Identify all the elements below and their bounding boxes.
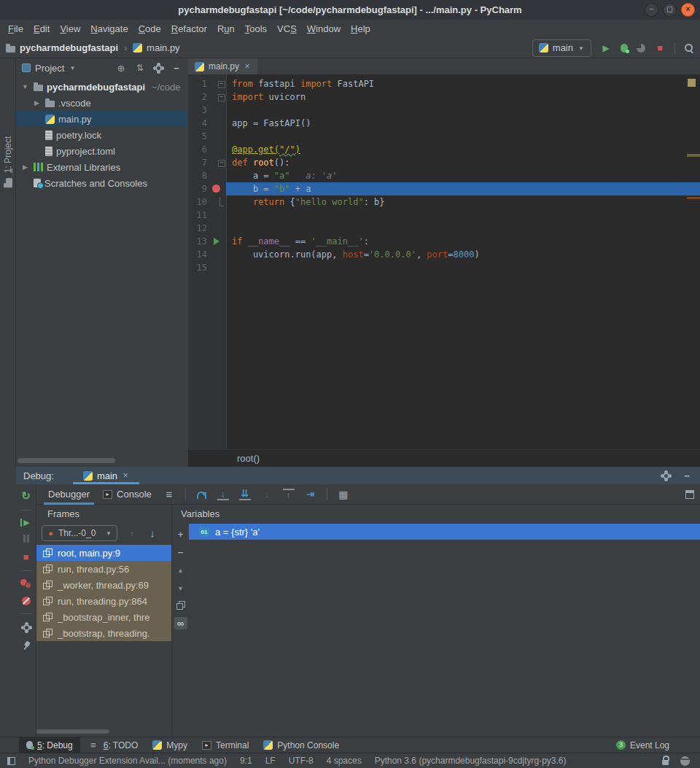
- hamburger-icon[interactable]: ≡: [163, 489, 175, 500]
- code-line-2[interactable]: 2−import uvicorn: [188, 90, 700, 104]
- debug-icon[interactable]: [621, 44, 628, 53]
- editor-breadcrumb[interactable]: root(): [188, 449, 700, 467]
- breakpoint-stripe-mark[interactable]: [687, 197, 700, 199]
- add-icon[interactable]: +: [174, 528, 187, 540]
- run-config-select[interactable]: main ▾: [532, 39, 591, 57]
- toggle-tool-windows-icon[interactable]: [7, 757, 15, 765]
- code-line-15[interactable]: 15: [188, 261, 700, 274]
- move-up-icon[interactable]: ▲: [174, 565, 187, 576]
- settings-icon[interactable]: [153, 63, 163, 73]
- show-return-values-icon[interactable]: ∞: [174, 617, 187, 629]
- tree-expand-icon[interactable]: ▼: [20, 83, 30, 90]
- thread-select[interactable]: ● Thr...-0_0 ▾: [42, 525, 117, 541]
- status-message[interactable]: Python Debugger Extension Avail... (mome…: [28, 756, 227, 766]
- frame-row[interactable]: _worker, thread.py:69: [36, 577, 171, 593]
- interpreter[interactable]: Python 3.6 (pycharmdebugfastapi-9cdjtyrg…: [375, 756, 567, 766]
- debug-view-tab-debugger[interactable]: Debugger: [47, 489, 91, 500]
- menu-item-run[interactable]: Run: [212, 20, 240, 38]
- run-to-cursor-icon[interactable]: ⇥: [305, 489, 316, 500]
- line-ending[interactable]: LF: [265, 756, 276, 766]
- menu-item-code[interactable]: Code: [133, 20, 166, 38]
- menu-item-window[interactable]: Window: [302, 20, 346, 38]
- tool-window-button-mypy[interactable]: Mypy: [145, 737, 195, 753]
- gutter-line-1[interactable]: 1−: [188, 77, 226, 90]
- close-button[interactable]: ×: [681, 3, 695, 17]
- tree-item-pycharmdebugfastapi[interactable]: ▼pycharmdebugfastapi~/code: [16, 79, 188, 95]
- caret-position[interactable]: 9:1: [240, 756, 252, 766]
- step-into-icon[interactable]: ↓: [217, 489, 229, 500]
- tree-item-external-libraries[interactable]: ▶External Libraries: [16, 159, 188, 175]
- file-encoding[interactable]: UTF-8: [289, 756, 314, 766]
- force-step-into-icon[interactable]: ⇊: [239, 489, 251, 500]
- gutter-line-8[interactable]: 8: [188, 169, 226, 182]
- rerun-icon[interactable]: ↻: [20, 490, 32, 502]
- resume-icon[interactable]: ▶: [20, 519, 32, 527]
- gutter-line-4[interactable]: 4: [188, 117, 226, 130]
- chevron-down-icon[interactable]: ▾: [69, 62, 76, 74]
- pause-icon[interactable]: [23, 535, 29, 543]
- code-line-8[interactable]: 8 a = "a" a: 'a': [188, 169, 700, 182]
- frame-row[interactable]: root, main.py:9: [36, 545, 171, 561]
- pin-icon[interactable]: [20, 639, 33, 652]
- project-panel-title[interactable]: Project: [35, 63, 64, 74]
- gutter-line-3[interactable]: 3: [188, 104, 226, 117]
- frame-row[interactable]: run, threading.py:864: [36, 593, 171, 609]
- code-line-9[interactable]: 9 b = "b" + a: [188, 182, 700, 195]
- hector-inspections-icon[interactable]: [680, 756, 690, 766]
- code-line-6[interactable]: 6@app.get("/"): [188, 143, 700, 156]
- previous-frame-icon[interactable]: ↑: [126, 527, 138, 539]
- frame-row[interactable]: run, thread.py:56: [36, 561, 171, 577]
- gutter-line-11[interactable]: 11: [188, 209, 226, 222]
- view-breakpoints-icon[interactable]: [20, 579, 31, 589]
- next-frame-icon[interactable]: ↓: [147, 527, 158, 539]
- tree-item-main-py[interactable]: main.py: [16, 111, 188, 127]
- mute-breakpoints-icon[interactable]: [22, 597, 31, 605]
- tree-item-scratches-and-consoles[interactable]: Scratches and Consoles: [16, 175, 188, 191]
- code-area[interactable]: 1−from fastapi import FastAPI2−import uv…: [188, 74, 700, 449]
- step-into-my-code-icon[interactable]: ↓: [261, 489, 273, 500]
- run-icon[interactable]: ▶: [600, 42, 612, 54]
- minimize-panel-icon[interactable]: −: [171, 62, 182, 74]
- horizontal-scrollbar[interactable]: [36, 729, 109, 734]
- tree-expand-icon[interactable]: ▶: [32, 99, 42, 106]
- tool-window-button-python-console[interactable]: Python Console: [256, 737, 346, 753]
- tree-item-poetry-lock[interactable]: poetry.lock: [16, 127, 188, 143]
- inspection-status-icon[interactable]: [688, 79, 696, 87]
- gutter-line-13[interactable]: 13: [188, 235, 226, 248]
- step-over-icon[interactable]: [196, 490, 207, 498]
- code-line-7[interactable]: 7−def root():: [188, 156, 700, 169]
- step-out-icon[interactable]: ↑: [283, 489, 295, 500]
- tool-window-button-6-todo[interactable]: ≡6: TODO: [80, 737, 146, 753]
- breadcrumb-project[interactable]: pycharmdebugfastapi: [20, 42, 118, 53]
- menu-item-refactor[interactable]: Refactor: [166, 20, 212, 38]
- menu-item-tools[interactable]: Tools: [240, 20, 272, 38]
- settings-icon[interactable]: [661, 470, 671, 481]
- coverage-icon[interactable]: [637, 44, 645, 53]
- search-icon[interactable]: [684, 43, 694, 53]
- editor-tab-main-py[interactable]: main.py ×: [188, 58, 257, 74]
- horizontal-scrollbar[interactable]: [18, 458, 115, 463]
- unlock-icon[interactable]: [661, 756, 669, 766]
- gutter-line-14[interactable]: 14: [188, 248, 226, 261]
- close-icon[interactable]: ×: [244, 61, 251, 72]
- gutter-line-6[interactable]: 6: [188, 143, 226, 156]
- code-line-13[interactable]: 13if __name__ == '__main__':: [188, 235, 700, 248]
- code-line-14[interactable]: 14 uvicorn.run(app, host='0.0.0.0', port…: [188, 248, 700, 261]
- menu-item-edit[interactable]: Edit: [28, 20, 55, 38]
- gutter-line-10[interactable]: 10: [188, 195, 226, 209]
- breadcrumb-file[interactable]: main.py: [147, 42, 180, 53]
- debug-tab-main[interactable]: main ×: [77, 467, 135, 484]
- close-icon[interactable]: ×: [122, 470, 129, 481]
- menu-item-file[interactable]: File: [3, 20, 28, 38]
- collapse-icon[interactable]: ⇅: [134, 62, 146, 74]
- menu-item-help[interactable]: Help: [346, 20, 376, 38]
- code-line-12[interactable]: 12: [188, 222, 700, 235]
- variable-row[interactable]: 01a = {str} 'a': [189, 524, 700, 540]
- locate-icon[interactable]: ⊕: [115, 62, 127, 74]
- tree-item-pyproject-toml[interactable]: pyproject.toml: [16, 143, 188, 159]
- remove-icon[interactable]: −: [174, 546, 187, 558]
- duplicate-icon[interactable]: [176, 601, 185, 610]
- warning-stripe-mark[interactable]: [687, 154, 700, 157]
- debug-view-tab-console[interactable]: Console: [101, 489, 153, 500]
- minimize-button[interactable]: −: [645, 3, 658, 17]
